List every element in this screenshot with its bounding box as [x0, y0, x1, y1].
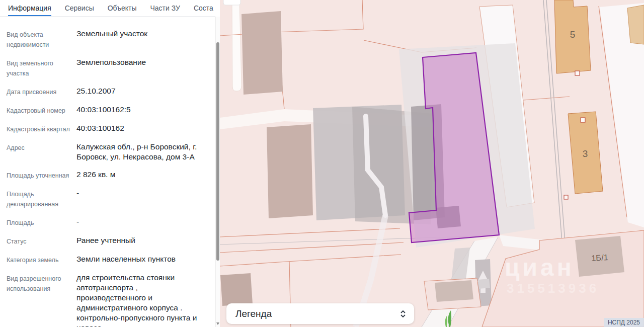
tab-services[interactable]: Сервисы — [65, 0, 94, 17]
building-1b1-label: 1Б/1 — [591, 253, 609, 263]
utility-point-3[interactable] — [564, 195, 568, 199]
field-land-category: Категория земель Земли населенных пункто… — [7, 254, 205, 265]
field-cadastral-quarter: Кадастровый квартал 40:03:100162 — [7, 123, 205, 134]
tab-objects[interactable]: Объекты — [108, 0, 137, 17]
scrollbar-down-arrow-icon[interactable] — [216, 322, 219, 325]
map-canvas[interactable]: 1Б/1 5 3 циан 315513936 Легенда — [220, 0, 644, 327]
info-panel: Информация Сервисы Объекты Части ЗУ Сост… — [0, 0, 215, 327]
building-in-small-parcel[interactable] — [435, 280, 473, 302]
field-assign-date: Дата присвоения 25.10.2007 — [7, 86, 205, 97]
tab-composition-clipped[interactable]: Соста — [194, 0, 213, 17]
utility-point-1[interactable] — [575, 71, 580, 75]
panel-scrollbar[interactable] — [215, 17, 220, 327]
field-status: Статус Ранее учтенный — [7, 235, 205, 247]
map-attribution: НСПД 2025 — [604, 318, 644, 327]
utility-point-2[interactable] — [581, 118, 585, 122]
building-taupe-2[interactable] — [267, 124, 313, 218]
scrollbar-thumb[interactable] — [216, 42, 219, 261]
tan-parcel-corner[interactable] — [627, 5, 644, 44]
field-area: Площадь - — [7, 217, 205, 228]
tab-parcel-parts[interactable]: Части ЗУ — [150, 0, 180, 17]
field-cadastral-number: Кадастровый номер 40:03:100162:5 — [7, 105, 205, 116]
map-control-clipped[interactable] — [223, 0, 240, 5]
legend-label: Легенда — [235, 308, 272, 319]
cadastral-map-app: Информация Сервисы Объекты Части ЗУ Сост… — [0, 0, 644, 327]
parcel-attributes: Вид объекта недвижимости Земельный участ… — [0, 17, 215, 327]
building-gray-small[interactable] — [478, 279, 490, 289]
field-area-refined: Площадь уточненная 2 826 кв. м — [7, 170, 205, 181]
building-taupe-1[interactable] — [242, 11, 283, 95]
field-permitted-use: Вид разрешенного использования для строи… — [7, 273, 205, 327]
tab-information[interactable]: Информация — [8, 0, 51, 16]
building-5-label: 5 — [570, 29, 576, 40]
field-area-declared: Площадь декларированная - — [7, 188, 205, 209]
field-parcel-kind: Вид земельного участка Землепользование — [7, 57, 205, 78]
legend-bar[interactable]: Легенда — [226, 303, 414, 324]
panel-tabs: Информация Сервисы Объекты Части ЗУ Сост… — [0, 0, 215, 17]
map-layers: 1Б/1 5 3 — [220, 0, 644, 327]
building-3-label: 3 — [583, 148, 588, 159]
expand-collapse-icon[interactable] — [399, 309, 407, 318]
field-address: Адрес Калужская обл., р-н Боровский, г. … — [7, 142, 205, 162]
building-taupe-3[interactable] — [220, 273, 253, 306]
field-object-kind: Вид объекта недвижимости Земельный участ… — [7, 29, 205, 50]
